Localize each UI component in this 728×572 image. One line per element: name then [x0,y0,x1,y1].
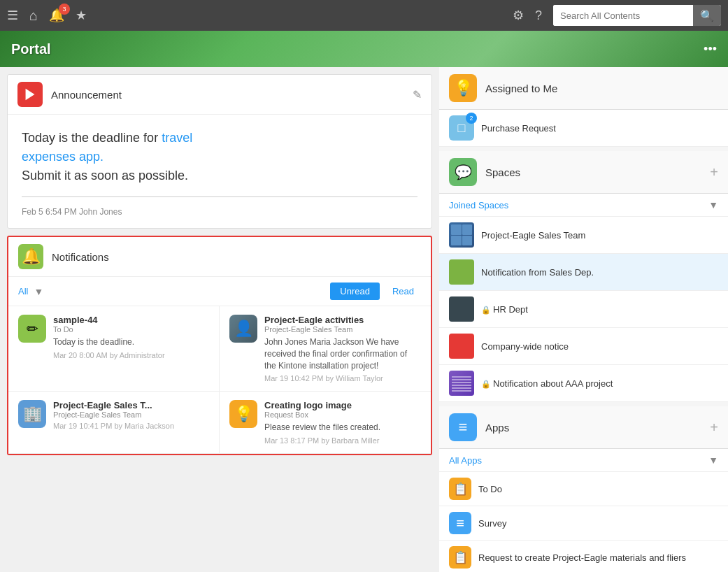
notif-app-icon: ✏ [18,315,46,343]
spaces-add-icon[interactable]: + [710,164,718,180]
announcement-meta: Feb 5 6:54 PM John Jones [22,207,417,217]
notif-message: John Jones Maria Jackson We have receive… [264,336,421,371]
space-name: Project-Eagle Sales Team [481,230,585,241]
notifications-grid: ✏ sample-44 To Do Today is the deadline.… [8,306,431,454]
spaces-header: 💬 Spaces + [439,151,728,194]
notif-app-icon: 👤 [229,315,257,343]
joined-spaces-label: Joined Spaces [449,200,708,210]
apps-add-icon[interactable]: + [710,420,718,436]
space-thumb [449,296,474,322]
portal-banner: Portal ••• [0,31,728,67]
notification-item[interactable]: 🏢 Project-Eagle Sales T... Project-Eagle… [8,392,220,454]
purchase-request-icon-symbol: □ [458,121,466,136]
notifications-filter: All ▼ Unread Read [8,277,431,306]
lock-icon: 🔒 [481,380,491,388]
notif-meta: Mar 20 8:00 AM by Administrator [53,351,209,359]
purchase-request-icon: □ 2 [449,115,474,141]
notification-item[interactable]: 👤 Project-Eagle activities Project-Eagle… [220,306,431,392]
search-input[interactable] [553,5,693,26]
joined-spaces-subheader[interactable]: Joined Spaces ▼ [439,194,728,217]
notif-app-name: Project-Eagle activities [264,315,421,325]
main-content: Announcement ✎ Today is the deadline for… [0,67,728,572]
announcement-text-pre: Today is the deadline for [22,131,162,145]
menu-icon[interactable]: ☰ [7,8,18,23]
announcement-edit-icon[interactable]: ✎ [413,88,422,101]
gear-icon[interactable]: ⚙ [513,8,524,23]
notifications-card: 🔔 Notifications All ▼ Unread Read ✏ samp… [7,236,432,455]
notif-space: Project-Eagle Sales Team [264,325,421,334]
home-icon[interactable]: ⌂ [29,8,38,24]
space-item-company-notice[interactable]: Company-wide notice [439,328,728,365]
notif-app-name: sample-44 [53,315,209,325]
svg-marker-0 [26,89,35,101]
filter-read-button[interactable]: Read [385,283,421,300]
assigned-item-purchase-request[interactable]: □ 2 Purchase Request [439,110,728,147]
notif-app-name: Project-Eagle Sales T... [53,400,209,410]
filter-chevron-icon[interactable]: ▼ [34,286,43,297]
app-item-todo[interactable]: 📋 To Do [439,472,728,506]
filter-unread-button[interactable]: Unread [330,283,380,300]
assigned-to-me-widget: 💡 Assigned to Me □ 2 Purchase Request [439,67,728,147]
notif-message: Today is the deadline. [53,336,209,348]
space-item-eagle-sales[interactable]: Project-Eagle Sales Team [439,217,728,254]
top-navigation: ☰ ⌂ 🔔 3 ★ ⚙ ? 🔍 [0,0,728,31]
notif-meta: Mar 13 8:17 PM by Barbara Miller [264,436,421,445]
assigned-to-me-icon: 💡 [449,74,477,102]
bell-icon[interactable]: 🔔 3 [49,8,64,23]
app-name: Survey [478,518,506,529]
purchase-request-name: Purchase Request [481,123,556,134]
notification-item[interactable]: 💡 Creating logo image Request Box Please… [220,392,431,454]
notif-content: Creating logo image Request Box Please r… [264,400,421,445]
portal-options-icon[interactable]: ••• [704,42,717,57]
announcement-body: Today is the deadline for travelexpenses… [8,115,431,228]
spaces-chevron-icon: ▼ [708,199,718,210]
filter-all[interactable]: All [18,286,28,296]
app-name: To Do [478,484,502,494]
notif-app-name: Creating logo image [264,400,421,410]
space-thumb [449,259,474,285]
notif-meta: Mar 19 10:41 PM by Maria Jackson [53,422,209,430]
app-item-request-materials[interactable]: 📋 Request to create Project-Eagle materi… [439,541,728,572]
notif-content: Project-Eagle activities Project-Eagle S… [264,315,421,382]
notif-app-icon: 💡 [229,400,257,428]
apps-header: ≡ Apps + [439,406,728,449]
apps-icon: ≡ [449,413,477,441]
survey-app-icon: ≡ [449,512,471,534]
announcement-header: Announcement ✎ [8,75,431,115]
lock-icon: 🔒 [481,306,491,314]
spaces-widget: 💬 Spaces + Joined Spaces ▼ Proje [439,151,728,402]
space-item-notification-sales[interactable]: Notification from Sales Dep. [439,254,728,291]
space-name: Notification from Sales Dep. [481,267,594,278]
all-apps-label: All Apps [449,455,708,466]
space-name: 🔒Notification about AAA project [481,378,613,389]
app-item-survey[interactable]: ≡ Survey [439,506,728,541]
star-icon[interactable]: ★ [76,8,87,23]
right-panel: 💡 Assigned to Me □ 2 Purchase Request 💬 … [439,67,728,572]
help-icon[interactable]: ? [535,8,542,23]
notifications-title: Notifications [52,251,109,263]
announcement-text: Today is the deadline for travelexpenses… [22,129,417,197]
space-thumb [449,334,474,359]
apps-title: Apps [485,422,710,434]
space-name: Company-wide notice [481,341,569,352]
todo-app-icon: 📋 [449,478,471,500]
space-item-hr-dept[interactable]: 🔒🔒HR DeptHR Dept [439,291,728,328]
notif-app-icon: 🏢 [18,400,46,428]
spaces-icon: 💬 [449,158,477,186]
all-apps-subheader[interactable]: All Apps ▼ [439,449,728,472]
notif-space: To Do [53,325,209,334]
announcement-text-post: Submit it as soon as possible. [22,169,188,183]
portal-title: Portal [11,41,51,57]
search-button[interactable]: 🔍 [693,5,721,26]
notifications-icon: 🔔 [18,244,43,269]
apps-widget: ≡ Apps + All Apps ▼ 📋 To Do ≡ Survey 📋 R… [439,406,728,572]
notifications-header: 🔔 Notifications [8,237,431,277]
notification-badge: 3 [59,3,70,15]
space-thumb [449,371,474,396]
spaces-title: Spaces [485,166,710,178]
notif-space: Project-Eagle Sales Team [53,410,209,419]
space-item-aaa-project[interactable]: 🔒Notification about AAA project [439,365,728,402]
notification-item[interactable]: ✏ sample-44 To Do Today is the deadline.… [8,306,220,392]
announcement-title: Announcement [51,89,122,101]
assigned-to-me-header: 💡 Assigned to Me [439,67,728,110]
